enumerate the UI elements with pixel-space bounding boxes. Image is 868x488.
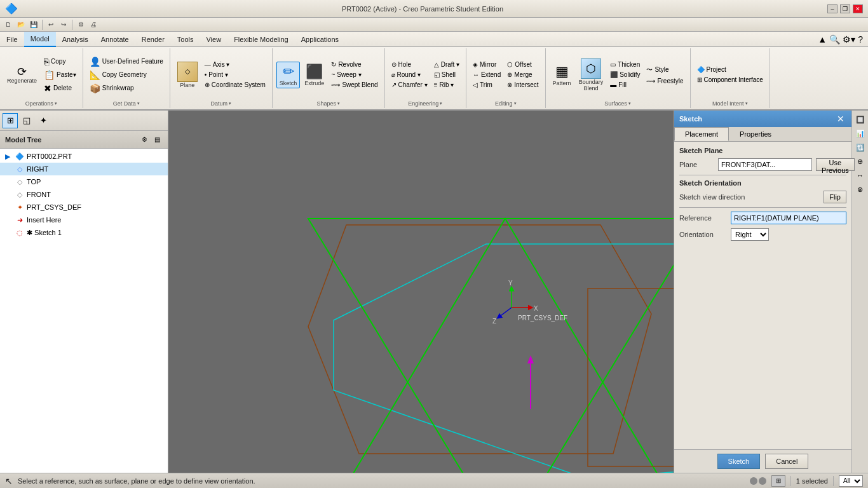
menu-view[interactable]: View bbox=[200, 32, 227, 47]
redo-button[interactable]: ↪ bbox=[58, 19, 69, 30]
reference-input[interactable] bbox=[731, 212, 846, 224]
axis-button[interactable]: — Axis ▾ bbox=[202, 60, 268, 69]
operations-group-label[interactable]: Operations▾ bbox=[3, 100, 80, 108]
boundary-blend-button[interactable]: ⬡ BoundaryBlend bbox=[576, 57, 607, 93]
right-tool-3[interactable]: 🔃 bbox=[854, 141, 867, 154]
tree-item-root[interactable]: ▶ 🔷 PRT0002.PRT bbox=[0, 150, 168, 163]
undo-button[interactable]: ↩ bbox=[45, 19, 57, 30]
sketch-dialog-close-button[interactable]: ✕ bbox=[835, 113, 846, 125]
sketch-tab-properties[interactable]: Properties bbox=[729, 127, 782, 141]
shrinkwrap-button[interactable]: 📦 Shrinkwrap bbox=[87, 82, 166, 95]
component-interface-button[interactable]: ⊞ Component Interface bbox=[695, 75, 766, 85]
print-button[interactable]: 🖨 bbox=[88, 19, 99, 30]
minimize-button[interactable]: – bbox=[827, 4, 837, 13]
orientation-dropdown[interactable]: Right Left Top Bottom bbox=[731, 228, 769, 241]
style-button[interactable]: 〜 Style bbox=[644, 64, 686, 76]
user-defined-feature-button[interactable]: 👤 User-Defined Feature bbox=[87, 55, 166, 68]
extend-button[interactable]: ↔ Extend bbox=[470, 70, 503, 79]
canvas-area[interactable]: X Y Z PRT_CSYS_DEF bbox=[168, 111, 674, 473]
model-tree-settings-button[interactable]: ⚙ bbox=[139, 134, 150, 146]
fill-button[interactable]: ▬ Fill bbox=[607, 80, 642, 90]
menu-tools[interactable]: Tools bbox=[171, 32, 200, 47]
new-button[interactable]: 🗋 bbox=[3, 19, 14, 30]
copy-geometry-button[interactable]: 📐 Copy Geometry bbox=[87, 69, 166, 81]
tree-item-csys[interactable]: ✦ PRT_CSYS_DEF bbox=[0, 201, 168, 214]
flip-button[interactable]: Flip bbox=[824, 191, 846, 203]
help-settings-button[interactable]: ⚙▾ bbox=[843, 34, 855, 44]
menu-applications[interactable]: Applications bbox=[295, 32, 345, 47]
sketch-button[interactable]: ✏ Sketch bbox=[276, 62, 301, 88]
chamfer-button[interactable]: ↗ Chamfer ▾ bbox=[389, 80, 430, 90]
hole-button[interactable]: ⊙ Hole bbox=[389, 60, 430, 69]
help-button[interactable]: ? bbox=[858, 34, 863, 44]
open-button[interactable]: 📂 bbox=[15, 19, 27, 30]
model-tree-toggle[interactable]: ⊞ bbox=[3, 113, 18, 128]
tree-item-front[interactable]: ◇ FRONT bbox=[0, 188, 168, 201]
rib-button[interactable]: ≡ Rib ▾ bbox=[431, 80, 462, 90]
freestyle-button[interactable]: ⟿ Freestyle bbox=[644, 76, 686, 86]
project-button[interactable]: 🔷 Project bbox=[695, 65, 766, 74]
copy-button[interactable]: ⎘ Copy bbox=[41, 55, 79, 68]
menu-analysis[interactable]: Analysis bbox=[56, 32, 95, 47]
trim-button[interactable]: ◁ Trim bbox=[470, 80, 503, 90]
surfaces-group-label[interactable]: Surfaces▾ bbox=[548, 100, 688, 108]
save-button[interactable]: 💾 bbox=[28, 19, 39, 30]
menu-render[interactable]: Render bbox=[135, 32, 171, 47]
settings-button[interactable]: ⚙ bbox=[75, 19, 86, 30]
right-tool-2[interactable]: 📊 bbox=[854, 127, 867, 140]
model-tree-options-button[interactable]: ▤ bbox=[151, 134, 163, 146]
pattern-button[interactable]: ▦ Pattern bbox=[550, 62, 574, 88]
collapse-ribbon-button[interactable]: ▲ bbox=[818, 34, 827, 44]
favorite-toggle[interactable]: ✦ bbox=[36, 113, 51, 128]
engineering-group-label[interactable]: Engineering▾ bbox=[388, 100, 464, 108]
intersect-button[interactable]: ⊗ Intersect bbox=[505, 80, 541, 90]
sweep-button[interactable]: ~ Sweep ▾ bbox=[329, 70, 380, 79]
editing-group-label[interactable]: Editing▾ bbox=[469, 100, 543, 108]
round-button[interactable]: ⌀ Round ▾ bbox=[389, 70, 430, 79]
swept-blend-button[interactable]: ⟿ Swept Blend bbox=[329, 80, 380, 90]
thicken-button[interactable]: ▭ Thicken bbox=[607, 60, 642, 69]
tree-item-insert-here[interactable]: ➜ Insert Here bbox=[0, 214, 168, 226]
tree-item-sketch1[interactable]: ◌ ✱ Sketch 1 bbox=[0, 226, 168, 239]
menu-file[interactable]: File bbox=[0, 32, 24, 47]
delete-button[interactable]: ✖ Delete bbox=[41, 82, 79, 95]
get-data-group-label[interactable]: Get Data▾ bbox=[86, 100, 167, 108]
paste-button[interactable]: 📋 Paste▾ bbox=[41, 69, 79, 81]
shapes-group-label[interactable]: Shapes▾ bbox=[275, 100, 382, 108]
right-tool-5[interactable]: ↔ bbox=[854, 169, 867, 182]
use-previous-button[interactable]: Use Previous bbox=[816, 158, 855, 171]
extrude-button[interactable]: ⬛ Extrude bbox=[301, 62, 327, 88]
merge-button[interactable]: ⊕ Merge bbox=[505, 70, 541, 79]
plane-button[interactable]: ◇ Plane bbox=[174, 60, 201, 90]
revolve-button[interactable]: ↻ Revolve bbox=[329, 60, 380, 69]
close-button[interactable]: ✕ bbox=[853, 4, 863, 13]
grid-toggle[interactable]: ⊞ bbox=[771, 475, 785, 487]
tree-item-right[interactable]: ◇ RIGHT bbox=[0, 163, 168, 175]
pattern-icon: ▦ bbox=[555, 64, 569, 80]
plane-input[interactable] bbox=[718, 158, 812, 171]
tree-item-top[interactable]: ◇ TOP bbox=[0, 175, 168, 188]
menu-annotate[interactable]: Annotate bbox=[95, 32, 135, 47]
model-intent-group-label[interactable]: Model Intent▾ bbox=[693, 100, 767, 108]
right-tool-4[interactable]: ⊕ bbox=[854, 155, 867, 168]
restore-button[interactable]: ❐ bbox=[840, 4, 850, 13]
right-tool-1[interactable]: 🔲 bbox=[854, 113, 867, 126]
shell-button[interactable]: ◱ Shell bbox=[431, 70, 462, 79]
sketch-cancel-button[interactable]: Cancel bbox=[765, 454, 808, 469]
menu-model[interactable]: Model bbox=[24, 32, 56, 47]
mirror-button[interactable]: ◈ Mirror bbox=[470, 60, 503, 69]
search-button[interactable]: 🔍 bbox=[829, 34, 840, 44]
datum-group-label[interactable]: Datum▾ bbox=[173, 100, 269, 108]
filter-dropdown[interactable]: All bbox=[839, 475, 863, 487]
coordinate-system-button[interactable]: ⊕ Coordinate System bbox=[202, 80, 268, 90]
point-button[interactable]: • Point ▾ bbox=[202, 70, 268, 79]
right-tool-6[interactable]: ⊗ bbox=[854, 183, 867, 196]
sketch-tab-placement[interactable]: Placement bbox=[674, 127, 729, 141]
sketch-ok-button[interactable]: Sketch bbox=[717, 454, 761, 469]
solidify-button[interactable]: ⬛ Solidify bbox=[607, 70, 642, 79]
menu-flexible-modeling[interactable]: Flexible Modeling bbox=[227, 32, 295, 47]
offset-button[interactable]: ⬡ Offset bbox=[505, 60, 541, 69]
regenerate-button[interactable]: ⟳ Regenerate bbox=[4, 64, 40, 86]
draft-button[interactable]: △ Draft ▾ bbox=[431, 60, 462, 69]
layer-tree-toggle[interactable]: ◱ bbox=[19, 113, 34, 128]
